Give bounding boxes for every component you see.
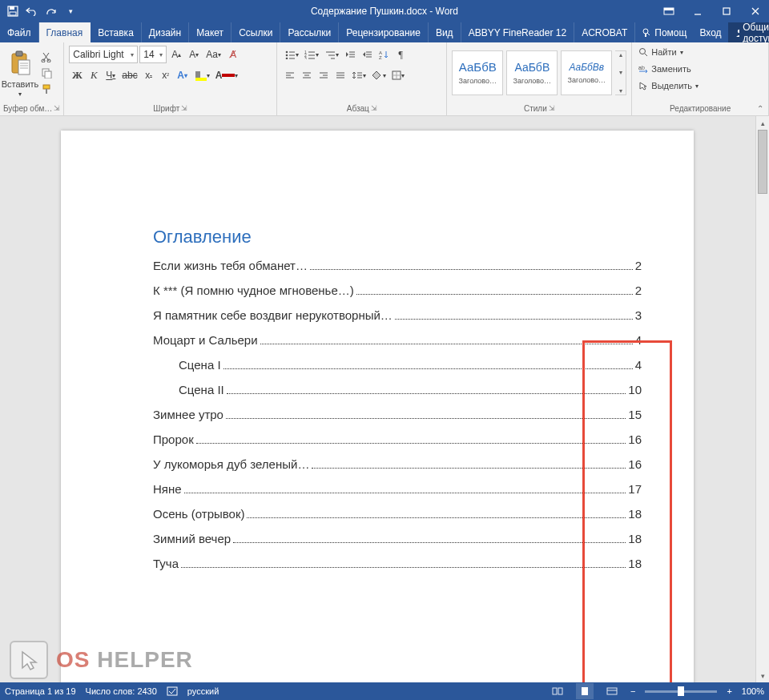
- style-heading1[interactable]: АаБбВЗаголово…: [452, 50, 503, 95]
- tab-abbyy[interactable]: ABBYY FineReader 12: [461, 22, 575, 42]
- toc-entry[interactable]: Моцарт и Сальери4: [153, 333, 642, 347]
- status-word-count[interactable]: Число слов: 2430: [86, 686, 157, 696]
- format-painter-icon[interactable]: [38, 82, 54, 96]
- close-icon[interactable]: [742, 0, 769, 22]
- toc-entry[interactable]: Сцена II10: [153, 383, 642, 396]
- show-marks-button[interactable]: ¶: [393, 46, 409, 63]
- maximize-icon[interactable]: [713, 0, 740, 22]
- toc-entry[interactable]: Зимнее утро15: [153, 408, 642, 421]
- justify-button[interactable]: [332, 66, 348, 84]
- status-page[interactable]: Страница 1 из 19: [5, 686, 76, 696]
- ribbon-display-icon[interactable]: [655, 0, 682, 22]
- tab-home[interactable]: Главная: [39, 22, 91, 42]
- toc-page: 17: [628, 482, 642, 496]
- subscript-button[interactable]: x₂: [141, 66, 157, 84]
- view-web-icon[interactable]: [603, 683, 621, 699]
- scroll-up-icon[interactable]: ▴: [756, 116, 769, 130]
- styles-gallery-more[interactable]: ▴▾▾: [615, 50, 626, 95]
- font-name-combo[interactable]: Calibri Light▾: [69, 46, 138, 63]
- tab-file[interactable]: Файл: [0, 22, 39, 42]
- style-heading2[interactable]: АаБбВЗаголово…: [506, 50, 558, 95]
- zoom-level[interactable]: 100%: [742, 686, 764, 696]
- scroll-thumb[interactable]: [758, 130, 767, 194]
- page[interactable]: Оглавление Если жизнь тебя обманет…2К **…: [61, 131, 694, 682]
- clear-format-button[interactable]: A̸: [225, 46, 241, 63]
- bullets-button[interactable]: ▾: [282, 46, 301, 63]
- paste-button[interactable]: Вставить ▾: [3, 47, 37, 98]
- font-size-combo[interactable]: 14▾: [139, 46, 167, 63]
- find-button[interactable]: Найти ▾: [637, 44, 763, 60]
- dialog-launcher-icon[interactable]: ⇲: [549, 104, 555, 112]
- toc-leader: [312, 468, 626, 469]
- toc-entry[interactable]: Осень (отрывок)18: [153, 507, 642, 521]
- toc-entry[interactable]: Няне17: [153, 482, 642, 496]
- bold-button[interactable]: Ж: [69, 66, 85, 84]
- line-spacing-button[interactable]: ▾: [349, 66, 368, 84]
- collapse-ribbon-icon[interactable]: ⌃: [753, 103, 767, 114]
- tab-acrobat[interactable]: ACROBAT: [574, 22, 635, 42]
- indent-increase-button[interactable]: [359, 46, 375, 63]
- zoom-slider[interactable]: [645, 690, 717, 693]
- tab-mailings[interactable]: Рассылки: [280, 22, 339, 42]
- toc-entry[interactable]: Я памятник себе воздвиг нерукотворный…3: [153, 308, 642, 322]
- align-center-button[interactable]: [299, 66, 315, 84]
- highlight-button[interactable]: ▾: [191, 66, 212, 84]
- share-button[interactable]: Общий доступ: [728, 22, 769, 44]
- tab-references[interactable]: Ссылки: [232, 22, 280, 42]
- sort-button[interactable]: AZ: [376, 46, 392, 63]
- tell-me-search[interactable]: Помощ: [635, 27, 693, 38]
- sign-in-link[interactable]: Вход: [693, 27, 727, 38]
- align-right-button[interactable]: [316, 66, 332, 84]
- multilevel-button[interactable]: ▾: [322, 46, 341, 63]
- text-effects-button[interactable]: A▾: [175, 66, 191, 84]
- dialog-launcher-icon[interactable]: ⇲: [181, 104, 187, 112]
- style-heading3[interactable]: АаБбВвЗаголово…: [561, 50, 612, 95]
- view-print-icon[interactable]: [576, 683, 594, 699]
- toc-entry[interactable]: Туча18: [153, 557, 642, 570]
- italic-button[interactable]: К: [86, 66, 102, 84]
- shrink-font-button[interactable]: A▾: [186, 46, 202, 63]
- dialog-launcher-icon[interactable]: ⇲: [371, 104, 377, 112]
- svg-line-69: [645, 54, 647, 56]
- dialog-launcher-icon[interactable]: ⇲: [54, 104, 60, 112]
- toc-entry[interactable]: У лукоморья дуб зеленый…16: [153, 457, 642, 471]
- minimize-icon[interactable]: [684, 0, 711, 22]
- status-proofing-icon[interactable]: [167, 686, 178, 697]
- borders-button[interactable]: ▾: [389, 66, 407, 84]
- vertical-scrollbar[interactable]: ▴ ▾: [755, 116, 769, 682]
- toc-entry[interactable]: Пророк16: [153, 432, 642, 446]
- undo-icon[interactable]: [24, 3, 40, 19]
- zoom-out-button[interactable]: −: [630, 686, 635, 696]
- status-language[interactable]: русский: [187, 686, 219, 696]
- font-color-button[interactable]: A▾: [213, 66, 241, 84]
- align-left-button[interactable]: [282, 66, 298, 84]
- cut-icon[interactable]: [38, 50, 54, 64]
- shading-button[interactable]: ▾: [369, 66, 389, 84]
- tab-insert[interactable]: Вставка: [91, 22, 142, 42]
- tab-layout[interactable]: Макет: [189, 22, 232, 42]
- toc-leader: [181, 567, 626, 568]
- replace-button[interactable]: abЗаменить: [637, 61, 763, 77]
- toc-entry[interactable]: Если жизнь тебя обманет…2: [153, 259, 642, 272]
- scroll-down-icon[interactable]: ▾: [756, 669, 769, 682]
- superscript-button[interactable]: x²: [158, 66, 174, 84]
- toc-entry[interactable]: Зимний вечер18: [153, 532, 642, 545]
- grow-font-button[interactable]: A▴: [168, 46, 184, 63]
- tab-view[interactable]: Вид: [429, 22, 461, 42]
- underline-button[interactable]: Ч▾: [103, 66, 119, 84]
- qat-customize-icon[interactable]: ▾: [62, 3, 79, 19]
- toc-entry[interactable]: Сцена I4: [153, 358, 642, 372]
- numbering-button[interactable]: 123▾: [302, 46, 321, 63]
- tab-review[interactable]: Рецензирование: [339, 22, 429, 42]
- indent-decrease-button[interactable]: [342, 46, 358, 63]
- change-case-button[interactable]: Aa▾: [203, 46, 223, 63]
- tab-design[interactable]: Дизайн: [142, 22, 189, 42]
- toc-entry[interactable]: К *** (Я помню чудное мгновенье…)2: [153, 284, 642, 297]
- copy-icon[interactable]: [38, 66, 54, 80]
- redo-icon[interactable]: [43, 3, 59, 19]
- save-icon[interactable]: [5, 3, 21, 19]
- view-read-icon[interactable]: [549, 683, 566, 699]
- zoom-in-button[interactable]: +: [727, 686, 731, 696]
- select-button[interactable]: Выделить ▾: [637, 78, 763, 94]
- strike-button[interactable]: abc: [119, 66, 139, 84]
